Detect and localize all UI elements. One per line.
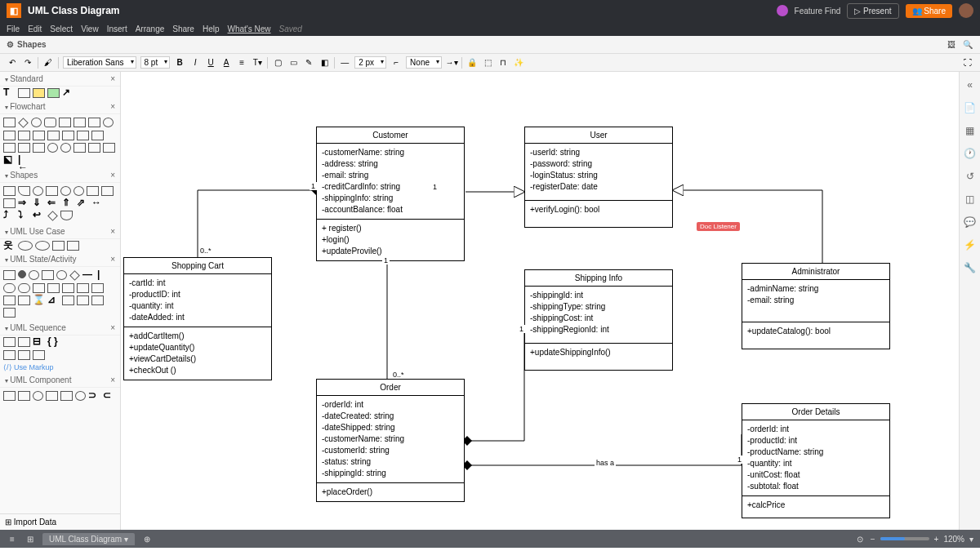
state-shape[interactable] <box>18 283 30 293</box>
flowchart-shape[interactable] <box>3 118 16 127</box>
underline-icon[interactable]: U <box>205 57 216 69</box>
paint-icon[interactable]: 🖌 <box>42 57 54 69</box>
state-shape[interactable] <box>62 283 74 293</box>
basic-shape[interactable] <box>3 186 16 196</box>
comp-shape[interactable] <box>46 391 58 401</box>
doc-icon[interactable]: 📄 <box>964 101 977 114</box>
app-logo[interactable]: ◧ <box>7 3 21 18</box>
basic-shape[interactable]: ↩ <box>33 211 45 220</box>
clock-icon[interactable]: 🕐 <box>964 147 977 160</box>
layers-icon[interactable]: ⬚ <box>482 57 493 69</box>
close-icon[interactable]: × <box>110 102 115 111</box>
state-shape[interactable]: — <box>82 270 95 280</box>
basic-shape[interactable]: ⇗ <box>77 198 89 208</box>
magnet-icon[interactable]: ⊓ <box>497 57 509 69</box>
line-color-icon[interactable]: ✎ <box>303 57 314 69</box>
flowchart-shape[interactable] <box>91 131 104 140</box>
seq-shape[interactable] <box>18 337 30 347</box>
basic-shape[interactable] <box>3 198 16 208</box>
usecase-shape[interactable] <box>18 241 33 251</box>
flowchart-shape[interactable] <box>3 131 16 140</box>
basic-shape[interactable] <box>47 211 58 221</box>
class-cart[interactable]: Shopping Cart -cartId: int -productID: i… <box>123 257 272 380</box>
wand-icon[interactable]: ✨ <box>513 57 524 69</box>
basic-shape[interactable] <box>87 186 99 196</box>
linewidth-dropdown[interactable]: 2 px <box>354 56 386 69</box>
flowchart-shape[interactable] <box>77 131 89 140</box>
line-style-icon[interactable]: — <box>339 57 350 69</box>
panel-flowchart[interactable]: Flowchart× <box>0 100 120 114</box>
basic-shape[interactable] <box>101 186 114 196</box>
flowchart-shape[interactable] <box>33 143 45 153</box>
flowchart-shape[interactable]: |← <box>18 155 30 165</box>
comp-shape[interactable] <box>33 391 43 401</box>
state-shape[interactable] <box>3 283 16 293</box>
close-icon[interactable]: × <box>110 323 115 332</box>
panel-standard[interactable]: Standard× <box>0 72 120 87</box>
image-icon[interactable]: 🖼 <box>946 39 957 51</box>
class-customer[interactable]: Customer -customerName: string -address:… <box>316 127 465 261</box>
state-shape[interactable] <box>77 295 89 305</box>
close-icon[interactable]: × <box>110 74 115 83</box>
corner-icon[interactable]: ⌐ <box>390 57 402 69</box>
comp-shape[interactable] <box>75 391 86 401</box>
panel-sequence[interactable]: UML Sequence× <box>0 321 120 335</box>
hotspot-shape[interactable] <box>47 88 60 98</box>
flowchart-shape[interactable] <box>103 143 115 153</box>
present-button[interactable]: ▷ Present <box>847 3 898 19</box>
state-shape[interactable] <box>69 270 80 281</box>
comp-shape[interactable] <box>60 391 73 401</box>
basic-shape[interactable]: ⇐ <box>47 198 60 208</box>
history-icon[interactable]: ↺ <box>964 170 977 183</box>
flowchart-shape[interactable] <box>47 131 60 140</box>
class-user[interactable]: User -userId: string -password: string -… <box>524 127 673 228</box>
flowchart-shape[interactable] <box>44 118 56 127</box>
collapse-icon[interactable]: « <box>964 78 977 91</box>
page-tab[interactable]: UML Class Diagram ▾ <box>42 533 135 545</box>
menu-view[interactable]: View <box>81 24 99 33</box>
usecase-shape[interactable] <box>52 241 65 251</box>
close-icon[interactable]: × <box>110 375 115 384</box>
whats-new-link[interactable]: What's New <box>228 24 271 33</box>
seq-shape[interactable]: ⊟ <box>33 337 45 347</box>
basic-shape[interactable]: ⤵ <box>18 211 30 220</box>
flowchart-shape[interactable] <box>33 131 45 140</box>
state-shape[interactable] <box>56 270 67 280</box>
flowchart-shape[interactable] <box>18 131 30 140</box>
state-shape[interactable]: ⌛ <box>33 295 45 305</box>
avatar[interactable] <box>959 3 973 18</box>
rect-shape[interactable] <box>18 88 30 98</box>
zoom-in-icon[interactable]: + <box>934 535 939 544</box>
usecase-shape[interactable] <box>67 241 79 251</box>
undo-icon[interactable]: ↶ <box>7 57 18 69</box>
panel-component[interactable]: UML Component× <box>0 373 120 388</box>
import-data-button[interactable]: ⊞ Import Data <box>0 513 120 530</box>
state-shape[interactable] <box>42 270 54 280</box>
state-shape[interactable] <box>18 270 26 278</box>
close-icon[interactable]: × <box>110 171 115 180</box>
state-shape[interactable] <box>77 283 89 293</box>
redo-icon[interactable]: ↷ <box>22 57 33 69</box>
canvas[interactable]: Customer -customerName: string -address:… <box>121 72 959 530</box>
flowchart-shape[interactable] <box>18 118 29 128</box>
panel-shapes[interactable]: Shapes× <box>0 168 120 183</box>
text-color-icon[interactable]: A <box>220 57 232 69</box>
zoom-fit-icon[interactable]: ⊙ <box>854 533 866 544</box>
line-shape[interactable]: ↗ <box>62 88 74 98</box>
comp-shape[interactable] <box>18 391 30 401</box>
note-shape[interactable] <box>33 88 45 98</box>
basic-shape[interactable] <box>18 186 30 196</box>
flowchart-shape[interactable] <box>103 118 114 127</box>
class-details[interactable]: Order Details -orderId: int -productId: … <box>742 403 890 518</box>
seq-shape[interactable] <box>3 337 16 347</box>
basic-shape[interactable] <box>46 186 58 196</box>
menu-insert[interactable]: Insert <box>107 24 127 33</box>
bold-icon[interactable]: B <box>174 57 185 69</box>
search-icon[interactable]: 🔍 <box>962 39 973 51</box>
fontsize-dropdown[interactable]: 8 pt <box>140 56 171 69</box>
basic-shape[interactable]: ⇒ <box>18 198 30 208</box>
state-shape[interactable]: ⊿ <box>47 295 60 305</box>
shapes-button[interactable]: Shapes <box>7 40 47 49</box>
font-dropdown[interactable]: Liberation Sans <box>63 56 136 69</box>
data-icon[interactable]: ▦ <box>964 124 977 137</box>
